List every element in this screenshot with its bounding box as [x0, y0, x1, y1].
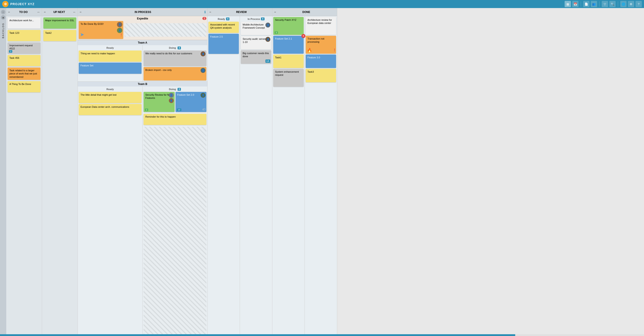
sidebar-add-btn[interactable]: +	[1, 10, 5, 14]
card-feature-set-21[interactable]: Feature Set 2.1 ✕	[273, 36, 304, 54]
card-task2[interactable]: Task2	[44, 30, 76, 41]
card-text: Major improvement to SSL	[45, 19, 74, 22]
card-improvement-request[interactable]: Improvement request #522 3	[8, 42, 40, 54]
card-thing-to-be-done[interactable]: A Thing To Be Done	[8, 81, 40, 92]
todo-collapse-btn[interactable]: −	[8, 10, 10, 14]
filter-btn[interactable]: ▽	[602, 1, 608, 7]
card-security-review[interactable]: Security Review for New Features 👤 👤 1	[144, 92, 175, 112]
card-arch-review[interactable]: Architecture review for European data ce…	[306, 17, 336, 35]
review-inprocess-header: In Process 4	[241, 17, 271, 21]
done-title: DONE	[277, 10, 335, 14]
card-eod[interactable]: To Be Done By EOD! ➤ ! 👤 👤	[79, 21, 123, 39]
team-b-title: Team B	[78, 82, 207, 86]
card-text: To Be Done By EOD!	[80, 22, 104, 26]
review-columns: Ready 4 Associated with recent QA system…	[208, 16, 272, 336]
inprocess-sections: Expedite 1 To Be Done By EOD! ➤ !	[78, 16, 207, 336]
card-badge: 3	[9, 50, 12, 53]
card-text: Task 123	[10, 32, 19, 34]
card-avatar: 👤	[200, 68, 206, 73]
card-associated-qa[interactable]: Associated with recent QA system analysi…	[208, 22, 239, 33]
review-inprocess: In Process 4 Mobile Architecture Framewo…	[240, 16, 272, 336]
card-text: Task2	[45, 32, 52, 34]
expedite-card-row: To Be Done By EOD! ➤ ! 👤 👤	[79, 21, 206, 39]
upnext-expand-btn[interactable]: ↔	[73, 10, 76, 14]
card-little-detail[interactable]: The little detail that might get lost	[79, 92, 142, 103]
card-text: Big customer needs this done	[242, 52, 269, 58]
card-task1[interactable]: Task1	[273, 54, 304, 68]
priority-icon: !	[334, 48, 335, 53]
column-done-header: − DONE	[272, 8, 337, 16]
card-text: Transaction not processing	[308, 37, 324, 43]
card-task456[interactable]: Task 456	[8, 55, 40, 66]
card-task3[interactable]: Task3	[306, 69, 336, 82]
card-system-enhancement[interactable]: System enhancement request	[273, 69, 304, 87]
arrow-icon: ➤	[80, 32, 84, 37]
expedite-badge: 1	[202, 17, 206, 20]
sidebar-collapse-btn[interactable]: ◉	[1, 15, 5, 20]
card-text: Architecture review for European data ce…	[308, 18, 332, 24]
app-title: PROJECT XYZ	[10, 2, 34, 6]
documents-btn[interactable]: 📄	[583, 1, 590, 7]
card-feature-set[interactable]: Feature Set	[79, 62, 142, 74]
team-a-doing-count: 4	[178, 46, 181, 50]
card-feature-set-20[interactable]: Feature Set 2.0 👤 10 🏷	[176, 92, 206, 112]
priority-icon: !	[120, 32, 122, 38]
card-text: Feature Set 2.0	[177, 94, 194, 96]
people-btn[interactable]: 👥	[591, 1, 597, 7]
card-text: Thing we need to make happen	[80, 52, 115, 55]
card-security-audit[interactable]: Security audit: servers 1-10 👤	[241, 36, 271, 50]
team-b-columns: Ready The little detail that might get l…	[78, 86, 207, 336]
card-big-customer[interactable]: Big customer needs this done LK	[241, 50, 271, 64]
card-architecture-work[interactable]: Architecture work for...	[8, 18, 40, 28]
card-european-data[interactable]: European Data center arch. communication…	[79, 104, 142, 115]
card-task-larger[interactable]: Task related to a larger piece of work t…	[8, 68, 40, 80]
done-left: Security Patch XYZ 3 Feature Set 2.1 ✕ T…	[272, 16, 305, 336]
calendar-view-btn[interactable]: 📅	[572, 1, 578, 7]
card-text: Feature Set	[80, 64, 93, 67]
help-btn[interactable]: 🌐	[620, 1, 626, 7]
team-a-doing-header: Doing 4	[144, 46, 206, 50]
review-ready: Ready 4 Associated with recent QA system…	[208, 16, 240, 336]
done-collapse-btn[interactable]: −	[274, 10, 276, 14]
review-collapse-btn[interactable]: −	[209, 10, 211, 14]
card-task123[interactable]: Task 123	[8, 30, 40, 41]
card-badge: 10	[177, 108, 181, 111]
settings-btn[interactable]: ⚙	[628, 1, 634, 7]
inprocess-collapse-btn[interactable]: −	[80, 10, 82, 14]
card-avatar: 👤	[169, 93, 174, 98]
team-a-ready-header: Ready	[79, 46, 142, 50]
card-security-patch[interactable]: Security Patch XYZ 3	[273, 17, 304, 35]
upnext-title: UP NEXT	[47, 10, 71, 14]
todo-body: Architecture work for... Task 123 Improv…	[6, 16, 42, 336]
search-btn[interactable]: 🔍	[609, 1, 616, 7]
team-b-doing-header: Doing 3	[144, 88, 206, 91]
card-feature-30[interactable]: Feature 3.0	[306, 54, 336, 68]
card-mobile-arch[interactable]: Mobile Architecture Framework Concept 👤	[241, 22, 271, 35]
board-view-btn[interactable]: ▦	[564, 1, 571, 7]
board: + ◉ BACKLOG − TO DO ↔ Architecture work …	[0, 8, 644, 336]
tag-icon: 🏷	[202, 108, 206, 111]
card-really-need[interactable]: We really need to do this for our custom…	[144, 50, 206, 66]
uk-badge: LK	[266, 60, 270, 63]
inprocess-info-icon[interactable]: ℹ	[204, 10, 206, 14]
card-text: Mobile Architecture Framework Concept	[242, 23, 265, 29]
card-reminder[interactable]: Reminder for this to happen	[144, 114, 206, 125]
column-upnext-header: − UP NEXT ↔	[42, 8, 78, 16]
card-feature-25[interactable]: Feature 2.5	[208, 34, 239, 54]
app-logo: ⚙	[2, 1, 8, 7]
card-transaction-not-processing[interactable]: Transaction not processing ! 🔥	[306, 36, 336, 54]
question-btn[interactable]: ?	[636, 1, 642, 7]
upnext-collapse-btn[interactable]: −	[44, 10, 46, 14]
card-thing-make-happen[interactable]: Thing we need to make happen	[79, 50, 142, 62]
column-review: − REVIEW Ready 4 Associated with recent …	[208, 8, 272, 336]
card-text: Feature 2.5	[210, 35, 223, 38]
card-text: Broken import - csv only	[145, 69, 172, 71]
backlog-label: BACKLOG	[2, 23, 4, 38]
card-text: The little detail that might get lost	[80, 94, 116, 96]
card-text: Feature Set 2.1	[275, 37, 292, 40]
card-close-btn[interactable]: ✕	[302, 34, 306, 38]
card-broken-import[interactable]: Broken import - csv only 👤	[144, 67, 206, 80]
todo-expand-btn[interactable]: ↔	[37, 10, 40, 14]
divider2	[599, 1, 600, 7]
card-ssl-improvement[interactable]: Major improvement to SSL	[44, 18, 76, 28]
